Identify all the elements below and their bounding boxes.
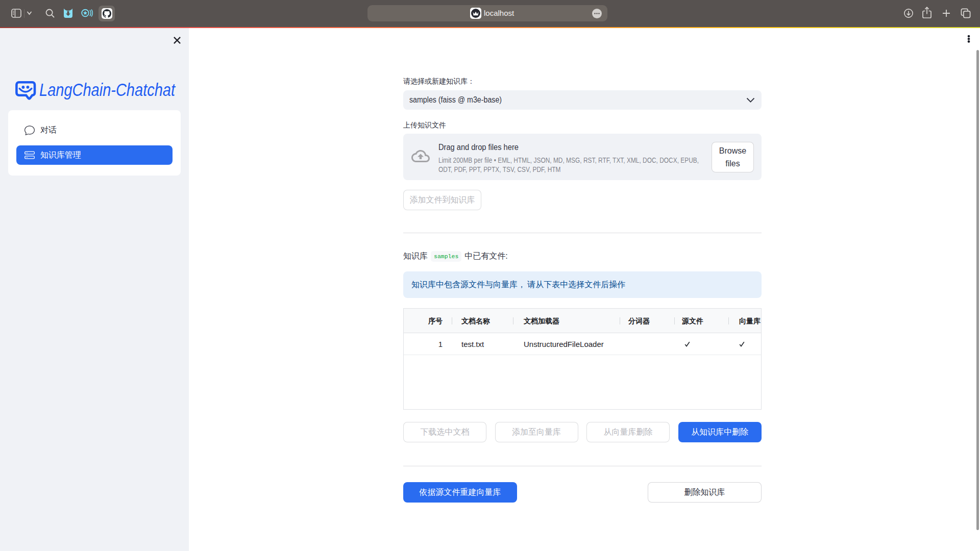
svg-text:LangChain-Chatchat: LangChain-Chatchat — [39, 80, 176, 99]
